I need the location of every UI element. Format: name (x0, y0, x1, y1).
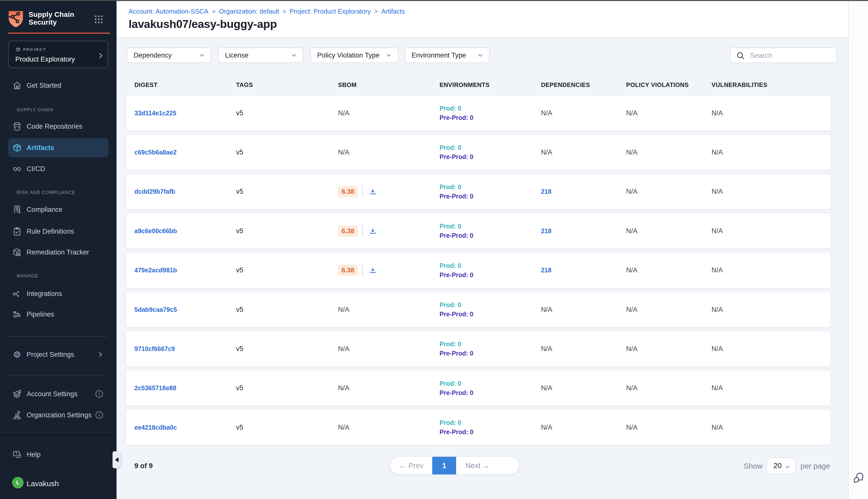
svg-text:?: ? (15, 451, 17, 455)
